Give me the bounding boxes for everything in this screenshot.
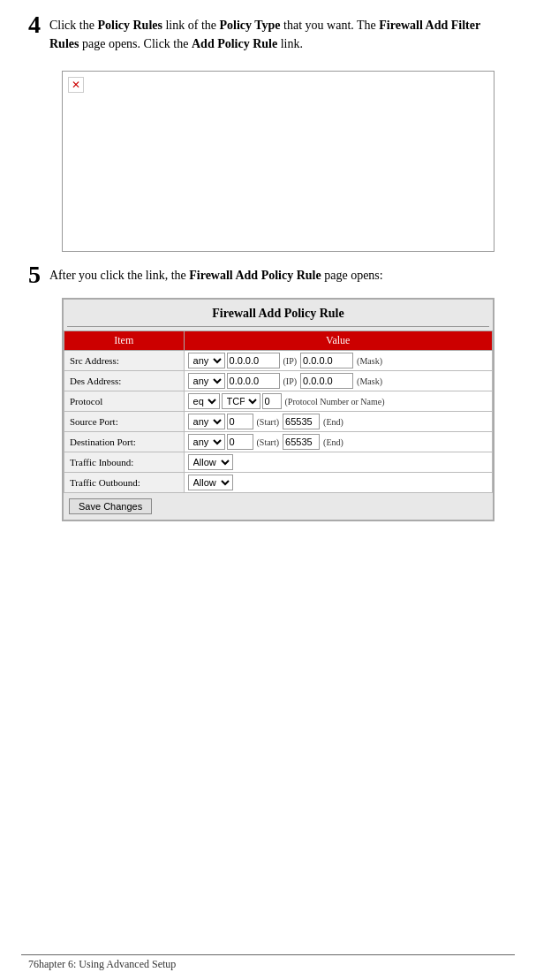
- protocol-number-input[interactable]: [262, 393, 282, 409]
- step5-text: After you click the link, the Firewall A…: [49, 266, 383, 285]
- dest-port-end[interactable]: [283, 434, 320, 450]
- traffic-inbound-label: Traffic Inbound:: [64, 452, 185, 473]
- step5-block: 5 After you click the link, the Firewall…: [28, 266, 508, 287]
- footer-text: 76hapter 6: Using Advanced Setup: [28, 958, 176, 971]
- step4-text: Click the Policy Rules link of the Polic…: [49, 16, 508, 53]
- source-port-end[interactable]: [283, 414, 320, 429]
- table-header-row: Item Value: [64, 331, 493, 351]
- src-address-label: Src Address:: [64, 351, 185, 371]
- table-row: Destination Port: any (Start) (End): [64, 432, 493, 452]
- header-item: Item: [64, 331, 185, 351]
- dest-port-end-label: (End): [323, 437, 343, 447]
- src-address-value: any (IP) (Mask): [184, 351, 492, 371]
- table-row: Protocol eq TCP (Protocol Number or Name…: [64, 391, 493, 412]
- step4-number: 4: [28, 12, 41, 37]
- src-address-ip[interactable]: [227, 353, 280, 368]
- step4-block: 4 Click the Policy Rules link of the Pol…: [28, 16, 508, 53]
- des-address-mask[interactable]: [300, 373, 353, 389]
- form-title: Firewall Add Policy Rule: [64, 300, 493, 326]
- form-divider: [67, 326, 489, 327]
- step5-number: 5: [28, 262, 41, 287]
- dest-port-start-label: (Start): [257, 437, 280, 447]
- des-address-ip[interactable]: [227, 373, 280, 389]
- source-port-end-label: (End): [323, 417, 343, 427]
- table-row: Des Address: any (IP) (Mask): [64, 371, 493, 391]
- des-ip-label: (IP): [283, 376, 298, 386]
- source-port-start-label: (Start): [257, 417, 280, 427]
- dest-port-select[interactable]: any: [188, 434, 225, 450]
- protocol-label: Protocol: [64, 391, 185, 412]
- src-mask-label: (Mask): [357, 356, 382, 366]
- source-port-value: any (Start) (End): [184, 412, 492, 432]
- table-row: Traffic Inbound: Allow Deny: [64, 452, 493, 473]
- firewall-form-container: Firewall Add Policy Rule Item Value Src …: [62, 298, 494, 521]
- dest-port-start[interactable]: [227, 434, 253, 450]
- form-table: Item Value Src Address: any (IP): [64, 330, 493, 493]
- save-btn-row: Save Changes: [64, 493, 493, 520]
- traffic-outbound-value: Allow Deny: [184, 473, 492, 493]
- dest-port-value: any (Start) (End): [184, 432, 492, 452]
- traffic-outbound-label: Traffic Outbound:: [64, 473, 185, 493]
- protocol-hint-label: (Protocol Number or Name): [285, 397, 385, 406]
- save-changes-button[interactable]: Save Changes: [69, 498, 152, 514]
- src-address-select[interactable]: any: [188, 353, 225, 368]
- table-row: Source Port: any (Start) (End): [64, 412, 493, 432]
- source-port-start[interactable]: [227, 414, 253, 429]
- header-value: Value: [184, 331, 492, 351]
- protocol-eq-select[interactable]: eq: [188, 393, 220, 409]
- traffic-outbound-select[interactable]: Allow Deny: [188, 475, 233, 490]
- protocol-value: eq TCP (Protocol Number or Name): [184, 391, 492, 412]
- broken-image-icon: ✕: [68, 77, 84, 93]
- des-address-label: Des Address:: [64, 371, 185, 391]
- des-address-value: any (IP) (Mask): [184, 371, 492, 391]
- src-ip-label: (IP): [283, 356, 298, 366]
- traffic-inbound-value: Allow Deny: [184, 452, 492, 473]
- des-mask-label: (Mask): [357, 376, 382, 386]
- image-placeholder: ✕: [62, 71, 494, 252]
- source-port-label: Source Port:: [64, 412, 185, 432]
- table-row: Src Address: any (IP) (Mask): [64, 351, 493, 371]
- des-address-select[interactable]: any: [188, 373, 225, 389]
- protocol-type-select[interactable]: TCP: [222, 393, 260, 409]
- traffic-inbound-select[interactable]: Allow Deny: [188, 454, 233, 470]
- src-address-mask[interactable]: [300, 353, 353, 368]
- table-row: Traffic Outbound: Allow Deny: [64, 473, 493, 493]
- source-port-select[interactable]: any: [188, 414, 225, 429]
- footer-line: [21, 954, 515, 955]
- dest-port-label: Destination Port:: [64, 432, 185, 452]
